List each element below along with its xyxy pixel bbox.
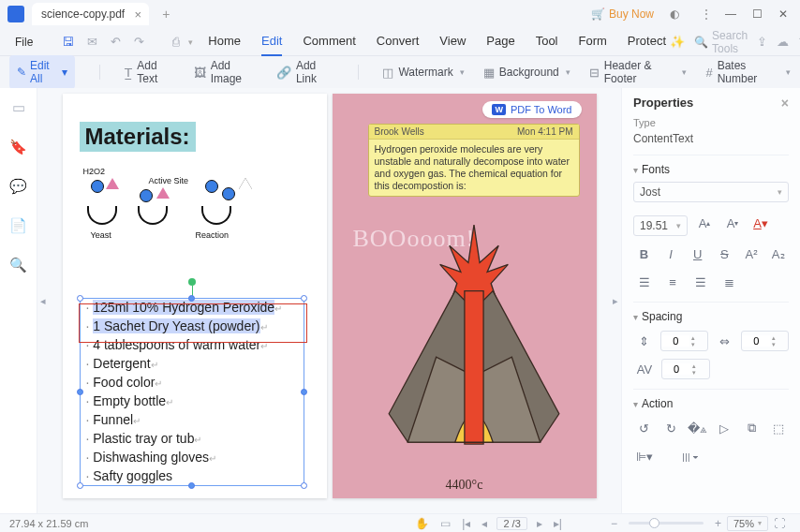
tab-edit[interactable]: Edit xyxy=(261,27,282,56)
pencil-icon: ✎ xyxy=(17,66,26,79)
wand-icon[interactable]: ✨ xyxy=(670,35,685,49)
redo-icon[interactable]: ↷ xyxy=(129,35,149,49)
mail-icon[interactable]: ✉ xyxy=(82,35,102,49)
zoom-slider[interactable] xyxy=(629,522,704,525)
italic-button[interactable]: I xyxy=(660,244,682,264)
ribbon-tabs: Home Edit Comment Convert View Page Tool… xyxy=(208,27,666,56)
next-page-icon[interactable]: ▸ xyxy=(531,517,548,530)
flip-v-icon[interactable]: �⟁ xyxy=(687,418,708,438)
page-dimensions: 27.94 x 21.59 cm xyxy=(9,518,88,529)
underline-button[interactable]: U xyxy=(687,244,708,264)
line-spacing-input[interactable]: ▴▾ xyxy=(661,359,710,379)
fit-page-icon[interactable]: ⛶ xyxy=(768,517,791,530)
add-image-button[interactable]: 🖼Add Image xyxy=(194,59,258,85)
rotate-handle[interactable] xyxy=(188,278,196,286)
share-icon[interactable]: ⇪ xyxy=(757,35,767,49)
align-right-button[interactable]: ☰ xyxy=(689,272,712,292)
pdf-to-word-button[interactable]: W PDF To Word xyxy=(482,101,581,118)
canvas[interactable]: ◂ ▸ Materials: H2O2 Active Site xyxy=(37,88,622,513)
watermark-button[interactable]: ◫Watermark▾ xyxy=(382,66,464,80)
page-left: Materials: H2O2 Active Site Yeast Reacti… xyxy=(63,94,327,498)
flip-h-icon[interactable]: ▷ xyxy=(714,418,735,438)
add-text-button[interactable]: T̲Add Text xyxy=(125,59,174,85)
chevron-down-icon: ▾ xyxy=(62,66,67,79)
superscript-button[interactable]: A² xyxy=(741,244,763,264)
zoom-in-icon[interactable]: + xyxy=(709,517,727,530)
align-left-button[interactable]: ☰ xyxy=(633,272,656,292)
tab-form[interactable]: Form xyxy=(579,27,607,56)
user-avatar-icon[interactable]: ◐ xyxy=(663,7,686,21)
cloud-icon[interactable]: ☁ xyxy=(777,35,789,49)
char-spacing-input[interactable]: ▴▾ xyxy=(741,331,789,351)
tab-tool[interactable]: Tool xyxy=(536,27,558,56)
close-window-button[interactable]: ✕ xyxy=(770,7,796,21)
spacing-section-header[interactable]: ▾Spacing xyxy=(633,310,789,323)
rotate-left-icon[interactable]: ↺ xyxy=(633,418,655,438)
print-icon[interactable]: ⎙ xyxy=(168,35,185,49)
decrease-font-icon[interactable]: A▾ xyxy=(721,213,744,233)
bookmark-icon[interactable]: 🔖 xyxy=(9,139,27,155)
document-tab[interactable]: science-copy.pdf × xyxy=(32,3,149,25)
next-page-handle[interactable]: ▸ xyxy=(611,290,620,311)
sticky-note[interactable]: Brook Wells Mon 4:11 PM Hydrogen peroxid… xyxy=(368,124,580,197)
edit-all-button[interactable]: ✎ Edit All ▾ xyxy=(9,55,75,89)
left-rail: ▭ 🔖 💬 📄 🔍 xyxy=(0,88,37,513)
bates-number-button[interactable]: #Bates Number▾ xyxy=(705,59,791,85)
distribute-icon[interactable]: ⫼▾ xyxy=(678,446,701,466)
tab-comment[interactable]: Comment xyxy=(303,27,355,56)
file-menu[interactable]: File xyxy=(9,36,38,49)
new-tab-button[interactable]: + xyxy=(156,5,175,23)
tab-home[interactable]: Home xyxy=(208,27,241,56)
strikethrough-button[interactable]: S xyxy=(714,244,735,264)
rotate-right-icon[interactable]: ↻ xyxy=(660,418,682,438)
tab-convert[interactable]: Convert xyxy=(377,27,420,56)
close-tab-icon[interactable]: × xyxy=(135,7,142,22)
action-section-header[interactable]: ▾Action xyxy=(633,397,789,410)
close-panel-icon[interactable]: × xyxy=(781,96,789,111)
tab-page[interactable]: Page xyxy=(486,27,514,56)
hand-tool-icon[interactable]: ✋ xyxy=(409,517,435,530)
background-button[interactable]: ▦Background▾ xyxy=(483,66,570,80)
search-tools[interactable]: 🔍Search Tools xyxy=(694,29,748,55)
align-center-button[interactable]: ≡ xyxy=(661,272,684,292)
comments-icon[interactable]: 💬 xyxy=(9,178,27,195)
para-spacing-icon: ⇕ xyxy=(633,331,655,351)
fonts-section-header[interactable]: ▾Fonts xyxy=(633,163,789,176)
maximize-button[interactable]: ☐ xyxy=(744,7,770,21)
thumbnails-icon[interactable]: ▭ xyxy=(12,99,25,116)
align-objects-icon[interactable]: ⊫▾ xyxy=(633,446,656,466)
font-color-icon[interactable]: A▾ xyxy=(749,213,772,233)
extract-icon[interactable]: ⬚ xyxy=(767,418,789,438)
prev-page-icon[interactable]: ◂ xyxy=(476,517,493,530)
type-label: Type xyxy=(633,117,789,128)
print-caret[interactable]: ▾ xyxy=(188,37,193,47)
page-indicator[interactable]: 2 /3 xyxy=(496,517,526,530)
font-size-dropdown[interactable]: 19.51▾ xyxy=(633,215,688,236)
bold-button[interactable]: B xyxy=(633,244,655,264)
font-family-dropdown[interactable]: Jost▾ xyxy=(633,182,789,202)
undo-icon[interactable]: ↶ xyxy=(106,35,126,49)
add-link-button[interactable]: 🔗Add Link xyxy=(276,59,333,85)
prev-page-handle[interactable]: ◂ xyxy=(38,290,48,311)
search-panel-icon[interactable]: 🔍 xyxy=(9,257,27,273)
zoom-out-icon[interactable]: − xyxy=(605,517,623,530)
tab-protect[interactable]: Protect xyxy=(628,27,666,56)
more-icon[interactable]: ⋮ xyxy=(695,7,718,21)
save-icon[interactable]: 🖫 xyxy=(57,35,79,49)
first-page-icon[interactable]: |◂ xyxy=(456,517,476,530)
crop-icon[interactable]: ⧉ xyxy=(741,418,763,438)
subscript-button[interactable]: A₂ xyxy=(767,244,789,264)
temperature-caption: 4400°c xyxy=(333,478,597,493)
para-spacing-input[interactable]: ▴▾ xyxy=(660,331,708,351)
increase-font-icon[interactable]: A▴ xyxy=(693,213,716,233)
zoom-dropdown[interactable]: 75%▾ xyxy=(727,516,768,531)
last-page-icon[interactable]: ▸| xyxy=(548,517,568,530)
minimize-button[interactable]: — xyxy=(718,7,744,21)
align-justify-button[interactable]: ≣ xyxy=(718,272,740,292)
tab-view[interactable]: View xyxy=(439,27,466,56)
read-mode-icon[interactable]: ▭ xyxy=(435,517,456,530)
status-bar: 27.94 x 21.59 cm ✋ ▭ |◂ ◂ 2 /3 ▸ ▸| − + … xyxy=(0,513,800,532)
attachments-icon[interactable]: 📄 xyxy=(9,217,27,234)
header-footer-button[interactable]: ⊟Header & Footer▾ xyxy=(589,59,688,85)
buy-now-link[interactable]: 🛒 Buy Now xyxy=(591,7,654,21)
